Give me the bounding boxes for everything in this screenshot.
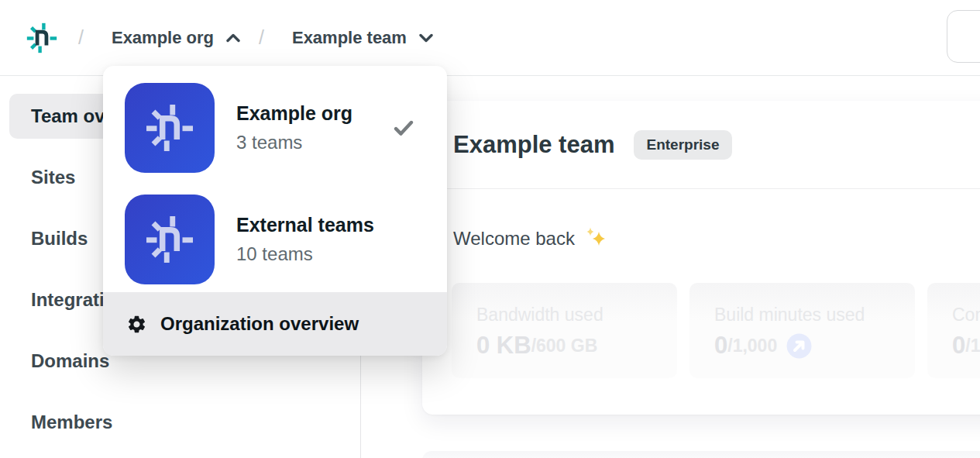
team-overview-panel: Example team Enterprise Welcome back Ban… (422, 101, 980, 415)
org-option-name: External teams (236, 214, 374, 236)
plan-badge: Enterprise (634, 130, 733, 160)
org-option-example-org[interactable]: Example org 3 teams (125, 83, 425, 173)
stat-value: 0 (952, 332, 965, 360)
org-option-name: Example org (236, 102, 352, 125)
stat-label: Build minutes used (714, 305, 915, 325)
org-avatar (125, 195, 215, 284)
org-option-teams-count: 3 teams (236, 132, 352, 153)
team-header: Example team Enterprise (422, 101, 980, 189)
sidebar-item-sites[interactable]: Sites (31, 167, 75, 188)
stat-label: Bandwidth used (476, 305, 677, 325)
checkmark-icon (393, 117, 414, 139)
upgrade-arrow-icon[interactable] (786, 333, 812, 359)
org-avatar (125, 83, 215, 173)
stat-card-build-minutes[interactable]: Build minutes used 0 /1,000 (689, 283, 915, 378)
usage-stats-row: Bandwidth used 0 KB /600 GB Build minute… (452, 283, 980, 378)
welcome-message: Welcome back (453, 228, 980, 250)
welcome-text: Welcome back (453, 228, 575, 250)
breadcrumb-org-button[interactable]: Example org (112, 28, 240, 48)
organization-overview-label: Organization overview (160, 313, 359, 335)
stat-quota: /1,000 (727, 336, 777, 356)
stat-label: Concurrent builds (952, 305, 980, 325)
gear-icon (126, 314, 147, 335)
sidebar-item-builds[interactable]: Builds (31, 228, 88, 250)
breadcrumb-org-label: Example org (112, 28, 214, 48)
stat-quota: /600 GB (531, 336, 598, 356)
chevron-down-icon (419, 33, 433, 43)
stat-card-concurrency[interactable]: Concurrent builds 0 /12 (927, 283, 980, 378)
org-option-teams-count: 10 teams (236, 243, 374, 265)
netlify-app-window: / Example org / Example team Team overvi… (0, 0, 980, 458)
org-option-external-teams[interactable]: External teams 10 teams (125, 195, 425, 284)
organization-overview-button[interactable]: Organization overview (103, 292, 447, 356)
stat-value: 0 (714, 332, 727, 360)
chevron-up-icon (226, 33, 240, 43)
stat-quota: /12 (965, 336, 980, 356)
sidebar-item-domains[interactable]: Domains (31, 350, 109, 372)
breadcrumb-team-label: Example team (292, 28, 407, 48)
breadcrumb-team-button[interactable]: Example team (292, 28, 433, 48)
search-input[interactable] (947, 10, 980, 63)
sidebar-item-members[interactable]: Members (31, 412, 112, 433)
org-switcher-dropdown: Example org 3 teams Externa (103, 66, 447, 356)
netlify-logo-icon[interactable] (24, 20, 60, 56)
next-section-card-edge (422, 451, 980, 458)
breadcrumb-separator: / (259, 26, 264, 49)
sparkles-icon (584, 226, 607, 249)
breadcrumb-separator: / (78, 26, 84, 49)
stat-value: 0 KB (476, 332, 531, 360)
netlify-mark-icon (142, 212, 198, 267)
page-title: Example team (453, 131, 615, 159)
netlify-mark-icon (142, 100, 198, 156)
top-navigation-bar: / Example org / Example team (0, 0, 980, 76)
stat-card-bandwidth[interactable]: Bandwidth used 0 KB /600 GB (452, 283, 677, 378)
